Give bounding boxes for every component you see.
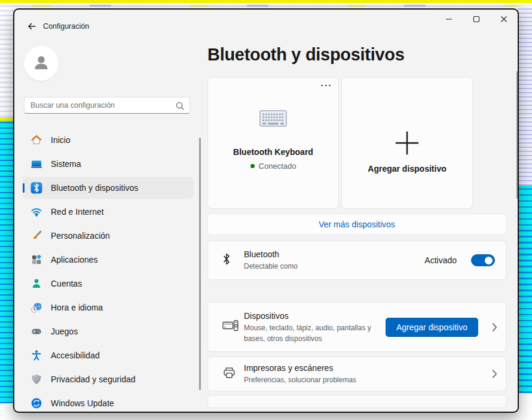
sidebar-item-cuentas[interactable]: Cuentas [23, 273, 194, 294]
back-arrow-icon [27, 22, 36, 33]
accounts-person-icon [30, 278, 42, 290]
partial-setting-row[interactable] [207, 410, 506, 413]
printer-icon [222, 366, 236, 382]
sidebar-scrollbar[interactable] [199, 138, 201, 390]
device-card-bluetooth-keyboard[interactable]: ··· Bluetooth Keyboard Conectado [207, 77, 339, 209]
sidebar-item-label: Red e Internet [51, 207, 104, 217]
devices-setting-row[interactable]: Dispositivos Mouse, teclado, lápiz, audi… [207, 302, 506, 352]
partial-setting-row[interactable] [207, 395, 506, 408]
settings-window: Configuración Inicio [13, 8, 519, 413]
printers-setting-row[interactable]: Impresoras y escáneres Preferencias, sol… [207, 357, 506, 391]
search-icon [175, 101, 185, 113]
accessibility-person-icon [30, 349, 42, 361]
sidebar-item-aplicaciones[interactable]: Aplicaciones [23, 249, 194, 270]
caption-buttons [435, 10, 518, 30]
devices-row-subtitle: Mouse, teclado, lápiz, audio, pantallas … [244, 322, 392, 343]
sidebar-item-label: Personalización [51, 231, 110, 241]
add-device-label: Agregar dispositivo [342, 164, 472, 174]
maximize-icon [473, 16, 480, 25]
device-status: Conectado [208, 162, 338, 171]
bluetooth-toggle[interactable] [471, 254, 495, 266]
sidebar-item-personalizacion[interactable]: Personalización [23, 225, 194, 246]
sidebar-item-privacidad-y-seguridad[interactable]: Privacidad y seguridad [23, 369, 194, 390]
bluetooth-row-subtitle: Detectable como [244, 261, 298, 272]
home-icon [30, 134, 42, 146]
chevron-right-icon [492, 322, 497, 331]
sidebar-item-label: Inicio [51, 135, 71, 145]
bluetooth-setting-row[interactable]: Bluetooth Detectable como Activado [207, 241, 506, 280]
user-avatar[interactable] [24, 46, 59, 81]
desktop-background-right-top [518, 6, 532, 185]
printers-row-texts: Impresoras y escáneres Preferencias, sol… [244, 363, 356, 385]
sidebar-item-bluetooth-y-dispositivos[interactable]: Bluetooth y dispositivos [23, 177, 194, 199]
personalization-brush-icon [30, 230, 42, 242]
plus-icon [342, 129, 472, 157]
add-device-button[interactable]: Agregar dispositivo [386, 318, 478, 337]
person-icon [32, 53, 51, 74]
system-icon [30, 158, 42, 170]
privacy-shield-icon [30, 373, 42, 385]
chevron-right-icon [492, 370, 497, 379]
close-button[interactable] [490, 10, 518, 30]
toggle-knob [485, 257, 493, 264]
sidebar-item-sistema[interactable]: Sistema [23, 153, 194, 175]
bluetooth-glyph-icon [222, 252, 231, 268]
sidebar-nav: Inicio Sistema Bluetooth y dispositivos … [23, 129, 194, 413]
sidebar-item-label: Cuentas [51, 279, 82, 288]
sidebar-item-label: Privacidad y seguridad [51, 375, 136, 384]
device-status-text: Conectado [259, 162, 296, 171]
page-title: Bluetooth y dispositivos [207, 45, 405, 65]
sidebar-item-label: Windows Update [51, 398, 114, 408]
devices-row-title: Dispositivos [244, 311, 392, 320]
network-wifi-icon [30, 206, 42, 218]
window-title: Configuración [43, 22, 89, 31]
sidebar-item-juegos[interactable]: Juegos [23, 321, 194, 342]
sidebar-item-inicio[interactable]: Inicio [23, 129, 194, 151]
bluetooth-row-title: Bluetooth [244, 249, 298, 259]
connected-dot-icon [250, 164, 255, 168]
bluetooth-toggle-group: Activado [424, 254, 495, 266]
sidebar-item-accesibilidad[interactable]: Accesibilidad [23, 345, 194, 366]
keyboard-icon [208, 110, 338, 127]
minimize-icon [445, 16, 452, 25]
bluetooth-row-texts: Bluetooth Detectable como [244, 249, 298, 272]
sidebar-item-label: Aplicaciones [51, 255, 98, 264]
devices-icon [222, 319, 239, 335]
add-device-card[interactable]: Agregar dispositivo [341, 77, 473, 209]
desktop-background-right-bottom [518, 185, 532, 393]
search-input[interactable] [25, 98, 189, 113]
sidebar-item-label: Accesibilidad [51, 351, 100, 360]
sidebar-item-label: Sistema [51, 159, 81, 169]
toggle-state-label: Activado [424, 255, 457, 265]
search-box [24, 97, 190, 114]
sidebar-item-windows-update[interactable]: Windows Update [23, 392, 194, 413]
device-card-menu-icon[interactable]: ··· [321, 80, 333, 90]
close-icon [500, 16, 507, 25]
printers-row-subtitle: Preferencias, solucionar problemas [244, 375, 356, 385]
back-button[interactable] [23, 19, 41, 35]
sidebar-item-label: Juegos [51, 327, 78, 336]
minimize-button[interactable] [435, 10, 463, 30]
sidebar-item-label: Hora e idioma [51, 303, 103, 312]
sidebar-item-red-e-internet[interactable]: Red e Internet [23, 201, 194, 223]
desktop-glitch-band [0, 0, 532, 3]
sidebar-item-label: Bluetooth y dispositivos [51, 183, 138, 193]
time-language-icon [30, 302, 42, 314]
apps-icon [30, 254, 42, 266]
sidebar-item-hora-e-idioma[interactable]: Hora e idioma [23, 297, 194, 318]
view-more-devices-button[interactable]: Ver más dispositivos [207, 214, 506, 235]
devices-row-texts: Dispositivos Mouse, teclado, lápiz, audi… [244, 311, 392, 343]
printers-row-title: Impresoras y escáneres [244, 363, 356, 373]
main-scrollbar[interactable] [516, 71, 518, 199]
gaming-controller-icon [30, 325, 42, 337]
maximize-button[interactable] [463, 10, 490, 30]
desktop-background-left [0, 117, 14, 403]
windows-update-icon [30, 397, 42, 409]
device-name: Bluetooth Keyboard [208, 147, 338, 157]
bluetooth-tile-icon [30, 182, 42, 194]
